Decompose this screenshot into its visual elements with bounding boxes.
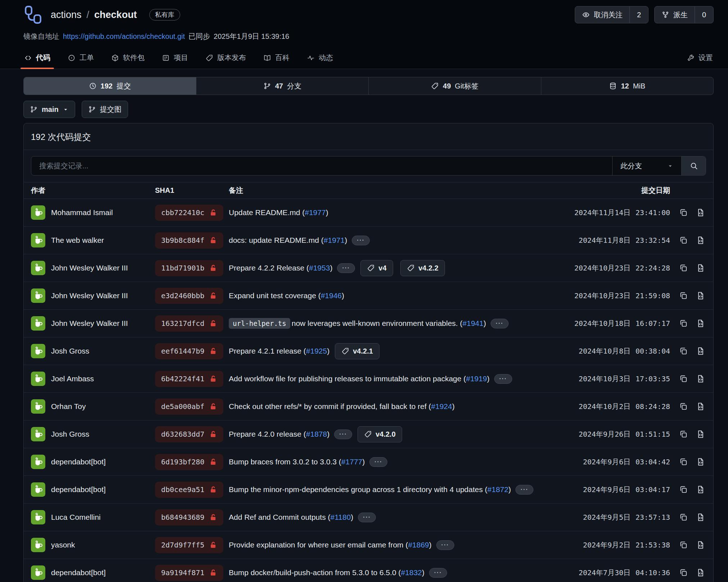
commit-author-link[interactable]: Josh Gross	[51, 347, 89, 355]
view-source-at-commit-button[interactable]	[694, 510, 707, 524]
copy-sha-button[interactable]	[677, 510, 690, 524]
issue-link[interactable]: #1872	[487, 485, 508, 494]
tab-wiki[interactable]: 百科	[263, 50, 290, 69]
view-source-at-commit-button[interactable]	[694, 400, 707, 413]
commit-sha-badge[interactable]: 11bd71901b	[155, 260, 223, 276]
expand-commit-button[interactable]: ···	[429, 568, 447, 578]
tab-code[interactable]: 代码	[23, 50, 51, 69]
view-source-at-commit-button[interactable]	[694, 455, 707, 469]
commit-sha-badge[interactable]: de5a000abf	[155, 399, 223, 415]
commit-author-link[interactable]: The web walker	[51, 236, 104, 245]
commit-sha-badge[interactable]: 163217dfcd	[155, 315, 223, 332]
tab-issues[interactable]: 工单	[67, 50, 95, 69]
issue-link[interactable]: #1977	[305, 208, 326, 217]
commit-graph-button[interactable]: 提交图	[82, 101, 128, 118]
commit-sha-badge[interactable]: b684943689	[155, 509, 223, 526]
expand-commit-button[interactable]: ···	[515, 485, 533, 495]
branch-selector[interactable]: main	[23, 101, 75, 118]
version-tag-chip[interactable]: v4	[360, 260, 393, 276]
copy-sha-button[interactable]	[677, 344, 690, 358]
issue-link[interactable]: #1180	[330, 513, 351, 522]
commit-author-link[interactable]: John Wesley Walker III	[51, 264, 128, 272]
expand-commit-button[interactable]: ···	[491, 319, 509, 328]
view-source-at-commit-button[interactable]	[694, 566, 707, 579]
view-source-at-commit-button[interactable]	[694, 233, 707, 247]
view-source-at-commit-button[interactable]	[694, 538, 707, 552]
commit-sha-badge[interactable]: 3b9b8c884f	[155, 232, 223, 249]
commit-author-link[interactable]: John Wesley Walker III	[51, 319, 128, 328]
copy-sha-button[interactable]	[677, 206, 690, 219]
issue-link[interactable]: #1924	[431, 402, 452, 411]
issue-link[interactable]: #1941	[463, 319, 483, 328]
view-source-at-commit-button[interactable]	[694, 206, 707, 219]
commit-author-link[interactable]: Luca Comellini	[51, 513, 101, 522]
commit-author-link[interactable]: dependabot[bot]	[51, 458, 106, 466]
breadcrumb-owner-link[interactable]: actions	[51, 9, 82, 21]
stat-branches[interactable]: 47 分支	[196, 77, 369, 95]
watch-count[interactable]: 2	[629, 6, 648, 23]
copy-sha-button[interactable]	[677, 233, 690, 247]
copy-sha-button[interactable]	[677, 289, 690, 303]
copy-sha-button[interactable]	[677, 455, 690, 469]
issue-link[interactable]: #1832	[401, 568, 422, 577]
view-source-at-commit-button[interactable]	[694, 317, 707, 330]
tab-activity[interactable]: 动态	[306, 50, 334, 69]
commit-sha-badge[interactable]: 6b42224f41	[155, 371, 223, 387]
tab-projects[interactable]: 项目	[161, 50, 189, 69]
view-source-at-commit-button[interactable]	[694, 344, 707, 358]
branch-filter-dropdown[interactable]: 此分支	[612, 156, 681, 175]
expand-commit-button[interactable]: ···	[337, 263, 355, 273]
commit-author-link[interactable]: Orhan Toy	[51, 402, 86, 411]
expand-commit-button[interactable]: ···	[369, 457, 387, 467]
issue-link[interactable]: #1777	[341, 458, 362, 466]
commit-author-link[interactable]: yasonk	[51, 541, 75, 549]
tab-packages[interactable]: 软件包	[110, 50, 145, 69]
breadcrumb-repo-link[interactable]: checkout	[94, 9, 137, 21]
issue-link[interactable]: #1878	[306, 430, 327, 438]
expand-commit-button[interactable]: ···	[494, 374, 512, 384]
issue-link[interactable]: #1953	[309, 264, 330, 272]
copy-sha-button[interactable]	[677, 538, 690, 552]
tab-releases[interactable]: 版本发布	[205, 50, 247, 69]
view-source-at-commit-button[interactable]	[694, 289, 707, 303]
issue-link[interactable]: #1869	[408, 541, 429, 549]
expand-commit-button[interactable]: ···	[436, 540, 454, 550]
stat-size[interactable]: 12 MiB	[541, 77, 714, 95]
stat-tags[interactable]: 49 Git标签	[369, 77, 541, 95]
stat-commits[interactable]: 192 提交	[24, 77, 196, 95]
commit-sha-badge[interactable]: d632683dd7	[155, 426, 223, 442]
commit-sha-badge[interactable]: db0cee9a51	[155, 482, 223, 498]
issue-link[interactable]: #1925	[306, 347, 327, 355]
issue-link[interactable]: #1946	[321, 291, 342, 300]
view-source-at-commit-button[interactable]	[694, 427, 707, 441]
expand-commit-button[interactable]: ···	[352, 236, 370, 245]
commit-search-input[interactable]	[31, 156, 612, 175]
search-button[interactable]	[681, 156, 706, 175]
commit-sha-badge[interactable]: e3d2460bbb	[155, 288, 223, 304]
tab-settings[interactable]: 设置	[686, 50, 714, 69]
copy-sha-button[interactable]	[677, 317, 690, 330]
expand-commit-button[interactable]: ···	[358, 513, 376, 522]
commit-author-link[interactable]: dependabot[bot]	[51, 568, 106, 577]
view-source-at-commit-button[interactable]	[694, 261, 707, 275]
commit-sha-badge[interactable]: 2d7d9f7ff5	[155, 537, 223, 553]
commit-author-link[interactable]: Josh Gross	[51, 430, 89, 438]
commit-sha-badge[interactable]: 6d193bf280	[155, 454, 223, 470]
copy-sha-button[interactable]	[677, 483, 690, 496]
copy-sha-button[interactable]	[677, 400, 690, 413]
view-source-at-commit-button[interactable]	[694, 372, 707, 386]
version-tag-chip[interactable]: v4.2.1	[335, 343, 379, 359]
fork-button[interactable]: 派生 0	[654, 6, 714, 23]
commit-sha-badge[interactable]: 9a9194f871	[155, 565, 223, 581]
issue-link[interactable]: #1919	[466, 374, 487, 383]
copy-sha-button[interactable]	[677, 261, 690, 275]
view-source-at-commit-button[interactable]	[694, 483, 707, 496]
copy-sha-button[interactable]	[677, 566, 690, 579]
version-tag-chip[interactable]: v4.2.0	[358, 426, 402, 442]
unwatch-button[interactable]: 取消关注 2	[575, 6, 649, 23]
version-tag-chip[interactable]: v4.2.2	[400, 260, 445, 276]
expand-commit-button[interactable]: ···	[334, 429, 352, 439]
commit-author-link[interactable]: Joel Ambass	[51, 374, 94, 383]
commit-author-link[interactable]: Mohammad Ismail	[51, 208, 113, 217]
commit-author-link[interactable]: dependabot[bot]	[51, 485, 106, 494]
